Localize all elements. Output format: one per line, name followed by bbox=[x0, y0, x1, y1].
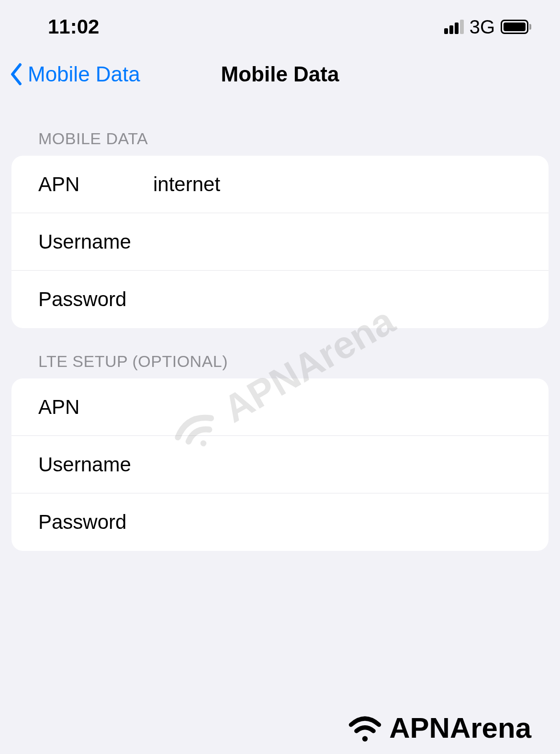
lte-apn-input[interactable] bbox=[153, 396, 522, 419]
form-group-mobile-data: APN Username Password bbox=[11, 156, 549, 328]
lte-password-input[interactable] bbox=[153, 511, 522, 534]
lte-apn-row[interactable]: APN bbox=[11, 378, 549, 436]
lte-apn-label: APN bbox=[38, 396, 153, 419]
back-button[interactable]: Mobile Data bbox=[10, 62, 140, 86]
lte-password-row[interactable]: Password bbox=[11, 493, 549, 551]
network-type-label: 3G bbox=[470, 16, 495, 38]
form-group-lte: APN Username Password bbox=[11, 378, 549, 551]
status-indicators: 3G bbox=[444, 16, 531, 38]
username-row[interactable]: Username bbox=[11, 213, 549, 271]
username-label: Username bbox=[38, 230, 153, 253]
wifi-icon bbox=[345, 712, 385, 743]
status-bar: 11:02 3G bbox=[0, 0, 560, 48]
username-input[interactable] bbox=[153, 230, 522, 253]
lte-username-row[interactable]: Username bbox=[11, 436, 549, 493]
lte-password-label: Password bbox=[38, 511, 153, 534]
svg-point-0 bbox=[362, 736, 368, 742]
password-input[interactable] bbox=[153, 288, 522, 311]
apn-label: APN bbox=[38, 173, 153, 196]
battery-icon bbox=[501, 20, 531, 34]
password-row[interactable]: Password bbox=[11, 271, 549, 328]
watermark-bottom-text: APNArena bbox=[389, 711, 531, 744]
chevron-left-icon bbox=[10, 63, 23, 86]
nav-bar: Mobile Data Mobile Data bbox=[0, 48, 560, 105]
page-title: Mobile Data bbox=[221, 62, 339, 86]
status-time: 11:02 bbox=[48, 15, 99, 38]
lte-username-label: Username bbox=[38, 453, 153, 476]
section-header-lte: LTE SETUP (OPTIONAL) bbox=[0, 328, 560, 378]
watermark-bottom: APNArena bbox=[345, 711, 531, 744]
password-label: Password bbox=[38, 288, 153, 311]
section-header-mobile-data: MOBILE DATA bbox=[0, 105, 560, 156]
apn-input[interactable] bbox=[153, 173, 522, 196]
back-label: Mobile Data bbox=[28, 62, 140, 86]
apn-row[interactable]: APN bbox=[11, 156, 549, 213]
lte-username-input[interactable] bbox=[153, 453, 522, 476]
signal-icon bbox=[444, 20, 464, 34]
